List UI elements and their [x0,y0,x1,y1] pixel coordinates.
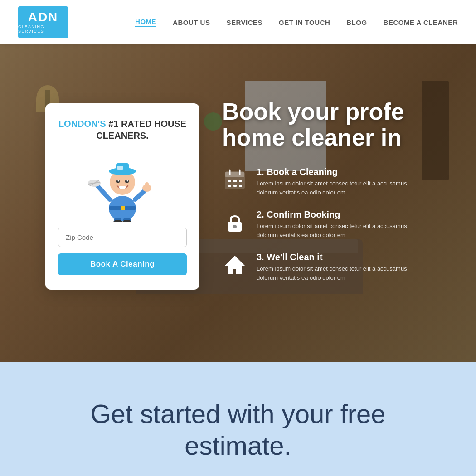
step-1-title: 1. Book a Cleaning [257,167,420,177]
step-1-desc: Lorem ipsum dolor sit amet consec tetur … [257,179,420,197]
logo-title: ADN [28,11,58,24]
step-3-content: 3. We'll Clean it Lorem ipsum dolor sit … [257,252,420,282]
lock-icon [222,209,248,235]
home-icon [222,252,248,277]
nav-links: HOME ABOUT US SERVICES GET IN TOUCH BLOG… [135,18,458,27]
svg-rect-27 [228,180,231,182]
zip-input[interactable] [58,228,187,247]
book-cleaning-button[interactable]: Book A Cleaning [58,253,187,275]
svg-rect-16 [145,182,149,189]
blue-section: Get started with your free estimate. [0,362,476,476]
card-headline: LONDON'S #1 RATED HOUSE CLEANERS. [58,118,187,141]
svg-line-10 [97,186,110,199]
nav-contact[interactable]: GET IN TOUCH [279,19,330,26]
svg-rect-31 [233,185,237,187]
svg-rect-30 [228,185,231,187]
svg-point-34 [233,225,237,228]
svg-marker-35 [224,256,245,274]
logo[interactable]: ADN CLEANING SERVICES [18,6,68,38]
svg-rect-9 [119,186,126,189]
nav-services[interactable]: SERVICES [226,19,262,26]
nav-home[interactable]: HOME [135,18,156,27]
nav-become-cleaner[interactable]: BECOME A CLEANER [384,19,458,26]
step-1: 1. Book a Cleaning Lorem ipsum dolor sit… [222,167,476,197]
step-2: 2. Confirm Booking Lorem ipsum dolor sit… [222,209,476,239]
navbar: ADN CLEANING SERVICES HOME ABOUT US SERV… [0,0,476,44]
logo-subtitle: CLEANING SERVICES [18,24,68,34]
step-2-desc: Lorem ipsum dolor sit amet consec tetur … [257,222,420,239]
mascot-illustration [86,150,159,218]
hero-title: Book your profe home cleaner in [222,99,476,151]
nav-about[interactable]: ABOUT US [173,19,210,26]
booking-card: LONDON'S #1 RATED HOUSE CLEANERS. [45,103,199,290]
svg-rect-22 [121,206,125,210]
svg-point-7 [118,180,119,182]
svg-rect-32 [239,185,242,187]
svg-rect-24 [225,172,244,177]
nav-blog[interactable]: BLOG [346,19,367,26]
svg-point-8 [127,180,128,182]
headline-rest: #1 RATED HOUSE CLEANERS. [96,119,186,141]
step-3-title: 3. We'll Clean it [257,252,420,262]
svg-line-14 [135,190,145,199]
svg-rect-28 [233,180,237,182]
headline-highlight: LONDON'S [58,119,106,129]
step-2-title: 2. Confirm Booking [257,209,420,220]
calendar-icon [222,167,248,192]
steps-list: 1. Book a Cleaning Lorem ipsum dolor sit… [222,167,476,282]
svg-rect-4 [117,166,123,170]
svg-rect-29 [239,180,242,182]
step-2-content: 2. Confirm Booking Lorem ipsum dolor sit… [257,209,420,239]
step-3: 3. We'll Clean it Lorem ipsum dolor sit … [222,252,476,282]
step-3-desc: Lorem ipsum dolor sit amet consec tetur … [257,264,420,282]
hero-right-content: Book your profe home cleaner in [222,99,476,282]
step-1-content: 1. Book a Cleaning Lorem ipsum dolor sit… [257,167,420,197]
blue-headline: Get started with your free estimate. [90,398,385,461]
hero-section: LONDON'S #1 RATED HOUSE CLEANERS. [0,44,476,362]
